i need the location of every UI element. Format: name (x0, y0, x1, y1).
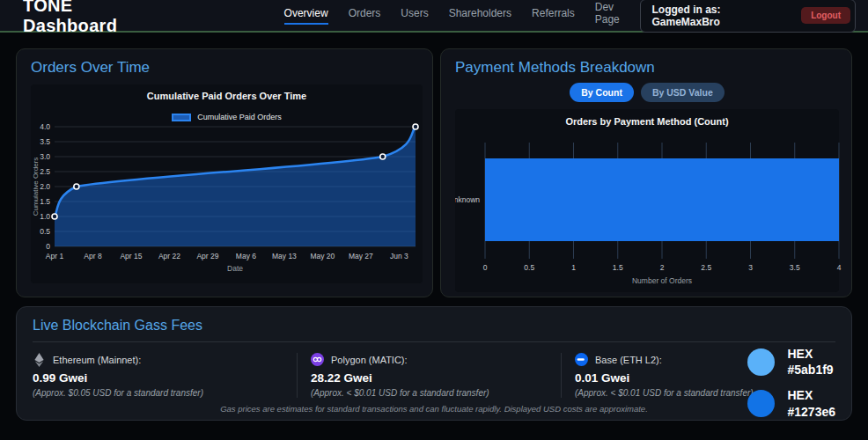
hex-swatch-row: HEX#5ab1f9 (747, 346, 835, 378)
y-tick-label: 3.5 (40, 137, 50, 146)
color-swatch-label: HEX#5ab1f9 (787, 346, 833, 378)
login-status-text: Logged in as: GameMaxBro (652, 4, 791, 28)
payments-chart-title: Orders by Payment Method (Count) (455, 116, 839, 127)
data-point-marker (52, 214, 57, 219)
y-tick-label: 4.0 (40, 122, 50, 131)
data-point-marker (413, 124, 418, 129)
x-tick-label: Apr 8 (84, 252, 102, 260)
x-tick-label: 3 (748, 263, 753, 272)
payment-method-bar-chart: 00.511.522.533.54UnknownNumber of Orders (455, 136, 842, 287)
x-tick-label: Apr 1 (46, 252, 64, 260)
x-tick-label: Apr 15 (120, 252, 142, 260)
gas-entry-base: Base (ETH L2): 0.01 Gwei (Approx. < $0.0… (561, 353, 768, 398)
gas-fees-panel: Live Blockchain Gass Fees Ethereum (Main… (16, 306, 852, 421)
x-tick-label: May 27 (349, 252, 373, 260)
x-tick-label: 3.5 (790, 263, 800, 272)
app-header: TONE Dashboard Overview Orders Users Sha… (0, 0, 868, 33)
y-tick-label: 1.5 (40, 197, 50, 206)
x-axis-label: Number of Orders (632, 276, 692, 285)
logout-button[interactable]: Logout (801, 7, 850, 24)
legend-label: Cumulative Paid Orders (197, 113, 282, 121)
gas-title-divider (33, 341, 835, 342)
x-tick-label: Jun 3 (390, 252, 408, 260)
polygon-icon (311, 353, 324, 366)
x-tick-label: May 20 (310, 252, 335, 260)
y-tick-label: 0 (46, 242, 50, 251)
area-fill (55, 127, 416, 246)
x-tick-label: 1 (571, 263, 576, 272)
data-point-marker (74, 184, 79, 189)
legend-swatch-icon (172, 114, 191, 121)
by-usd-value-button[interactable]: By USD Value (641, 83, 725, 102)
gas-entry-polygon: Polygon (MATIC): 28.22 Gwei (Approx. < $… (297, 353, 561, 398)
orders-chart-canvas: Cumulative Paid Orders Over Time Cumulat… (31, 84, 423, 283)
gas-approx-note: (Approx. < $0.01 USD for a standard tran… (575, 388, 754, 398)
cumulative-orders-line-chart: 00.51.01.52.02.53.03.54.0Apr 1Apr 8Apr 1… (31, 121, 429, 275)
payment-methods-panel: Payment Methods Breakdown By Count By US… (440, 48, 852, 297)
nav-referrals[interactable]: Referrals (532, 7, 575, 25)
gas-value: 0.01 Gwei (575, 371, 754, 385)
x-tick-label: 2 (660, 263, 665, 272)
x-tick-label: 2.5 (701, 263, 711, 272)
y-tick-label: 3.0 (40, 152, 50, 161)
nav-users[interactable]: Users (401, 7, 428, 25)
category-label: Unknown (455, 195, 480, 204)
gas-entry-ethereum: Ethereum (Mainnet): 0.99 Gwei (Approx. $… (33, 353, 297, 398)
x-tick-label: May 13 (272, 252, 297, 260)
main-nav: Overview Orders Users Shareholders Refer… (284, 1, 640, 31)
nav-orders[interactable]: Orders (349, 7, 381, 25)
orders-over-time-panel: Orders Over Time Cumulative Paid Orders … (16, 48, 433, 297)
gas-footnote: Gas prices are estimates for standard tr… (17, 404, 851, 414)
login-status-box: Logged in as: GameMaxBro Logout (640, 0, 857, 33)
app-title: TONE Dashboard (23, 0, 172, 36)
payments-chart-canvas: Orders by Payment Method (Count) 00.511.… (455, 109, 839, 292)
gas-value: 28.22 Gwei (311, 371, 547, 385)
x-tick-label: Apr 22 (158, 252, 180, 260)
orders-chart-title: Cumulative Paid Orders Over Time (31, 91, 423, 101)
y-tick-label: 2.5 (40, 167, 50, 176)
payments-panel-title: Payment Methods Breakdown (455, 59, 839, 77)
data-point-marker (380, 154, 386, 159)
gas-approx-note: (Approx. $0.05 USD for a standard transf… (33, 388, 283, 398)
nav-overview[interactable]: Overview (284, 7, 328, 25)
orders-panel-title: Orders Over Time (31, 59, 423, 77)
bar-unknown (485, 158, 839, 241)
nav-dev-page[interactable]: Dev Page (595, 1, 640, 31)
y-axis-label: Cumulative Orders (32, 158, 40, 216)
y-tick-label: 1.0 (40, 212, 50, 221)
x-tick-label: 1.5 (613, 263, 623, 272)
x-tick-label: 0 (483, 263, 488, 272)
y-tick-label: 0.5 (40, 227, 50, 236)
gas-chain-name: Ethereum (Mainnet): (53, 355, 141, 365)
gas-value: 0.99 Gwei (33, 371, 283, 385)
color-swatch-circle (747, 348, 775, 376)
gas-approx-note: (Approx. < $0.01 USD for a standard tran… (311, 388, 547, 398)
payments-toggle-group: By Count By USD Value (455, 83, 839, 102)
by-count-button[interactable]: By Count (570, 83, 634, 102)
x-tick-label: Apr 29 (196, 252, 218, 260)
x-axis-label: Date (227, 264, 243, 273)
gas-columns: Ethereum (Mainnet): 0.99 Gwei (Approx. $… (33, 353, 717, 398)
gas-chain-name: Polygon (MATIC): (331, 355, 408, 365)
gas-panel-title: Live Blockchain Gass Fees (33, 318, 835, 334)
y-tick-label: 2.0 (40, 182, 50, 191)
gas-chain-name: Base (ETH L2): (595, 355, 662, 365)
ethereum-icon (33, 353, 46, 366)
x-tick-label: 0.5 (524, 263, 534, 272)
orders-chart-legend: Cumulative Paid Orders (31, 113, 423, 121)
base-icon (575, 353, 588, 366)
x-tick-label: May 6 (236, 252, 256, 260)
x-tick-label: 4 (837, 263, 842, 272)
main-content: Orders Over Time Cumulative Paid Orders … (0, 33, 868, 421)
nav-shareholders[interactable]: Shareholders (449, 7, 511, 25)
